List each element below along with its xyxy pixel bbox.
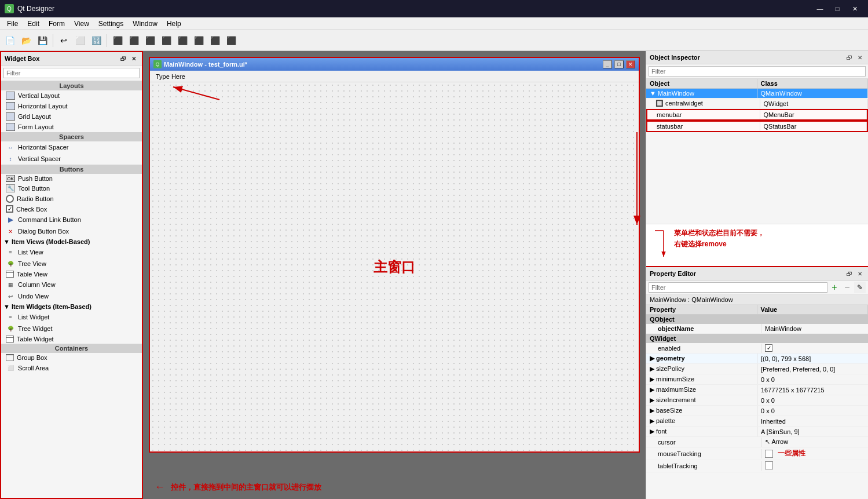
wb-item-horizontal-layout[interactable]: Horizontal Layout: [1, 101, 142, 111]
wb-item-tree-widget[interactable]: 🌳 Tree Widget: [1, 323, 142, 334]
menu-window[interactable]: Window: [128, 19, 162, 29]
wb-item-table-widget[interactable]: Table Widget: [1, 334, 142, 344]
pe-val-palette[interactable]: Inherited: [757, 417, 868, 426]
maximize-button[interactable]: □: [829, 0, 846, 17]
new-button[interactable]: 📄: [2, 33, 17, 48]
pe-row-objectname[interactable]: objectName MainWindow: [646, 324, 868, 334]
oi-filter-input[interactable]: [649, 66, 866, 77]
pe-row-palette[interactable]: ▶ palette Inherited: [646, 416, 868, 427]
wb-item-tree-view[interactable]: 🌳 Tree View: [1, 258, 142, 269]
menu-edit[interactable]: Edit: [23, 19, 44, 29]
pe-add-btn[interactable]: +: [829, 282, 840, 293]
wb-item-undo-view[interactable]: ↩ Undo View: [1, 290, 142, 302]
wb-float-btn[interactable]: 🗗: [119, 54, 128, 63]
oi-row-menubar[interactable]: menubar QMenuBar: [646, 109, 868, 121]
pe-row-basesize[interactable]: ▶ baseSize 0 x 0: [646, 406, 868, 416]
oi-row-centralwidget[interactable]: 🔲 centralwidget QWidget: [646, 99, 868, 109]
mw-maximize[interactable]: □: [614, 60, 624, 68]
tablettracking-checkbox[interactable]: [765, 461, 773, 469]
open-button[interactable]: 📂: [19, 33, 34, 48]
wb-item-column-view[interactable]: ▦ Column View: [1, 279, 142, 290]
oi-close-btn[interactable]: ✕: [855, 53, 865, 62]
tb-btn-3[interactable]: 🔢: [89, 33, 104, 48]
pe-val-basesize[interactable]: 0 x 0: [757, 406, 868, 416]
tb-btn-4[interactable]: ⬛: [110, 33, 125, 48]
wb-item-vertical-spacer[interactable]: ↕ Vertical Spacer: [1, 153, 142, 165]
menu-form[interactable]: Form: [44, 19, 69, 29]
wb-item-group-box[interactable]: Group Box: [1, 353, 142, 362]
pe-row-maximumsize[interactable]: ▶ maximumSize 16777215 x 16777215: [646, 385, 868, 395]
wb-item-check-box[interactable]: ✓ Check Box: [1, 204, 142, 214]
pe-remove-btn[interactable]: −: [841, 282, 853, 293]
wb-group-item-views[interactable]: ▼ Item Views (Model-Based): [1, 237, 142, 246]
wb-item-push-button[interactable]: OK Push Button: [1, 174, 142, 183]
menu-help[interactable]: Help: [162, 19, 186, 29]
tb-btn-10[interactable]: ⬛: [207, 33, 222, 48]
pe-val-geometry[interactable]: [(0, 0), 799 x 568]: [757, 354, 868, 363]
pe-row-geometry[interactable]: ▶ geometry [(0, 0), 799 x 568]: [646, 354, 868, 364]
wb-item-radio-button[interactable]: Radio Button: [1, 194, 142, 204]
pe-val-font[interactable]: A [SimSun, 9]: [757, 427, 868, 436]
close-button[interactable]: ✕: [846, 0, 863, 17]
tb-btn-5[interactable]: ⬛: [126, 33, 141, 48]
tb-btn-9[interactable]: ⬛: [191, 33, 206, 48]
wb-item-scroll-area[interactable]: ⬜ Scroll Area: [1, 362, 142, 374]
wb-item-list-widget[interactable]: ≡ List Widget: [1, 311, 142, 323]
mw-minimize[interactable]: _: [603, 60, 612, 68]
pe-val-tablettracking[interactable]: [761, 460, 868, 472]
pe-float-btn[interactable]: 🗗: [845, 269, 854, 278]
pe-prop-objectname: objectName: [646, 324, 761, 333]
oi-row-statusbar[interactable]: statusbar QStatusBar: [646, 121, 868, 132]
enabled-checkbox[interactable]: ✓: [765, 344, 772, 352]
wb-item-vertical-layout[interactable]: Vertical Layout: [1, 90, 142, 101]
mw-content[interactable]: 主窗口: [150, 82, 639, 451]
pe-val-cursor[interactable]: ↖ Arrow: [761, 437, 868, 447]
pe-val-objectname[interactable]: MainWindow: [761, 324, 868, 333]
pe-val-minimumsize[interactable]: 0 x 0: [757, 375, 868, 384]
menu-settings[interactable]: Settings: [94, 19, 128, 29]
pe-row-minimumsize[interactable]: ▶ minimumSize 0 x 0: [646, 374, 868, 385]
tb-btn-7[interactable]: ⬛: [159, 33, 174, 48]
wb-item-horizontal-spacer[interactable]: ↔ Horizontal Spacer: [1, 141, 142, 153]
wb-item-command-link-button[interactable]: ▶ Command Link Button: [1, 214, 142, 225]
undo-button[interactable]: ↩: [56, 33, 71, 48]
wb-item-table-view[interactable]: Table View: [1, 269, 142, 279]
wb-close-btn[interactable]: ✕: [129, 54, 138, 63]
pe-val-sizeincrement[interactable]: 0 x 0: [757, 396, 868, 405]
oi-float-btn[interactable]: 🗗: [845, 53, 854, 62]
tb-btn-6[interactable]: ⬛: [142, 33, 158, 48]
widget-box-filter-input[interactable]: [3, 68, 140, 78]
pe-val-maximumsize[interactable]: 16777215 x 16777215: [757, 385, 868, 395]
pe-filter-input[interactable]: [649, 282, 827, 293]
mousetracking-checkbox[interactable]: [765, 450, 773, 458]
pe-val-enabled[interactable]: ✓: [761, 343, 868, 353]
pe-close-btn[interactable]: ✕: [855, 269, 865, 278]
tb-btn-8[interactable]: ⬛: [175, 33, 190, 48]
menu-file[interactable]: File: [2, 19, 23, 29]
wb-item-grid-layout[interactable]: Grid Layout: [1, 111, 142, 122]
wb-item-dialog-button-box[interactable]: ✕ Dialog Button Box: [1, 225, 142, 237]
tb-btn-11[interactable]: ⬛: [224, 33, 239, 48]
oi-row-mainwindow[interactable]: ▼ MainWindow QMainWindow: [646, 89, 868, 99]
pe-edit-btn[interactable]: ✎: [854, 282, 866, 293]
wb-item-tool-button[interactable]: 🔧 Tool Button: [1, 183, 142, 194]
pe-row-mousetracking[interactable]: mouseTracking 一些属性: [646, 447, 868, 460]
pe-row-cursor[interactable]: cursor ↖ Arrow: [646, 437, 868, 447]
pe-val-mousetracking[interactable]: 一些属性: [761, 447, 868, 460]
pe-row-sizeincrement[interactable]: ▶ sizeIncrement 0 x 0: [646, 395, 868, 406]
save-button[interactable]: 💾: [35, 33, 50, 48]
tb-btn-2[interactable]: ⬜: [72, 33, 87, 48]
menu-view[interactable]: View: [69, 19, 94, 29]
wb-item-form-layout[interactable]: Form Layout: [1, 122, 142, 132]
minimize-button[interactable]: —: [811, 0, 829, 17]
pe-row-sizepolicy[interactable]: ▶ sizePolicy [Preferred, Preferred, 0, 0…: [646, 364, 868, 374]
main-window-center-text: 主窗口: [373, 258, 415, 276]
mw-close[interactable]: ✕: [626, 60, 635, 68]
pe-row-tablettracking[interactable]: tabletTracking: [646, 460, 868, 472]
wb-item-list-view[interactable]: ≡ List View: [1, 246, 142, 258]
pe-row-enabled[interactable]: enabled ✓: [646, 343, 868, 354]
pe-val-sizepolicy[interactable]: [Preferred, Preferred, 0, 0]: [757, 365, 868, 374]
wb-group-item-widgets[interactable]: ▼ Item Widgets (Item-Based): [1, 302, 142, 311]
pe-row-font[interactable]: ▶ font A [SimSun, 9]: [646, 427, 868, 437]
mw-type-here[interactable]: Type Here: [152, 72, 189, 81]
